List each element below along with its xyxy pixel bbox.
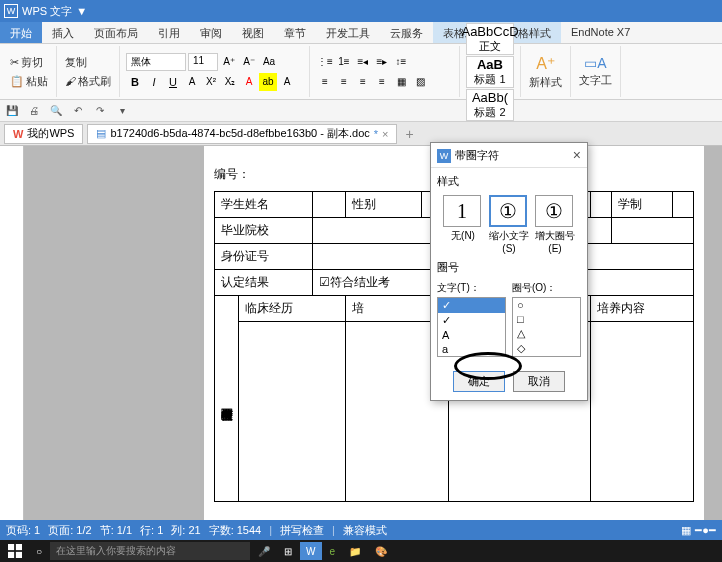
cell-clinical-label[interactable]: 临床经历 [239, 296, 346, 322]
mic-button[interactable]: 🎤 [252, 542, 276, 560]
tb-explorer-button[interactable]: 📁 [343, 542, 367, 560]
char-border-button[interactable]: A [278, 73, 296, 91]
style-heading1[interactable]: AaB标题 1 [466, 56, 514, 88]
tb-paint-button[interactable]: 🎨 [369, 542, 393, 560]
bullets-button[interactable]: ⋮≡ [316, 53, 334, 71]
tab-close-icon[interactable]: × [382, 128, 388, 140]
style-opt-enlarge[interactable]: ①增大圈号(E) [535, 195, 575, 254]
ok-button[interactable]: 确定 [453, 371, 505, 392]
list-item[interactable]: ✓ [438, 313, 505, 328]
numbering-button[interactable]: 1≡ [335, 53, 353, 71]
copy-button[interactable]: 复制 [63, 54, 113, 71]
list-item[interactable]: 1 [438, 356, 505, 357]
shrink-font-button[interactable]: A⁻ [240, 53, 258, 71]
taskbar-search[interactable]: 在这里输入你要搜索的内容 [50, 542, 250, 560]
font-size-select[interactable]: 11 [188, 53, 218, 71]
line-spacing-button[interactable]: ↕≡ [392, 53, 410, 71]
menu-cloud[interactable]: 云服务 [380, 22, 433, 43]
list-item[interactable]: ○ [513, 298, 580, 312]
shading-button[interactable]: ▨ [411, 73, 429, 91]
cell-content-label[interactable]: 培养内容 [591, 296, 694, 322]
menu-devtools[interactable]: 开发工具 [316, 22, 380, 43]
status-pages[interactable]: 页面: 1/2 [48, 523, 91, 538]
cell-result-label[interactable]: 认定结果 [215, 270, 313, 296]
menu-view[interactable]: 视图 [232, 22, 274, 43]
menu-start[interactable]: 开始 [0, 22, 42, 43]
align-left-button[interactable]: ≡ [316, 73, 334, 91]
subscript-button[interactable]: X₂ [221, 73, 239, 91]
font-color-button[interactable]: A [240, 73, 258, 91]
status-section[interactable]: 节: 1/1 [100, 523, 132, 538]
cortana-button[interactable]: ○ [30, 542, 48, 560]
align-justify-button[interactable]: ≡ [373, 73, 391, 91]
tb-edge-button[interactable]: e [324, 542, 342, 560]
cancel-button[interactable]: 取消 [513, 371, 565, 392]
menu-reference[interactable]: 引用 [148, 22, 190, 43]
status-words[interactable]: 字数: 1544 [209, 523, 262, 538]
change-case-button[interactable]: Aa [260, 53, 278, 71]
menu-page-layout[interactable]: 页面布局 [84, 22, 148, 43]
preview-button[interactable]: 🔍 [48, 103, 64, 119]
print-button[interactable]: 🖨 [26, 103, 42, 119]
style-normal[interactable]: AaBbCcD正文 [466, 23, 514, 55]
bold-button[interactable]: B [126, 73, 144, 91]
text-list[interactable]: ✓ ✓ A a 1 [437, 297, 506, 357]
list-item[interactable]: A [438, 328, 505, 342]
cell[interactable] [612, 218, 694, 244]
underline-button[interactable]: U [164, 73, 182, 91]
view-button[interactable]: ▦ [681, 524, 691, 537]
cell[interactable] [672, 192, 693, 218]
cell-name-label[interactable]: 学生姓名 [215, 192, 313, 218]
cell-checkbox[interactable]: ☑符合结业考 [312, 270, 449, 296]
menu-review[interactable]: 审阅 [190, 22, 232, 43]
format-brush-button[interactable]: 🖌格式刷 [63, 73, 113, 90]
style-opt-none[interactable]: 1无(N) [443, 195, 483, 254]
italic-button[interactable]: I [145, 73, 163, 91]
cell[interactable] [591, 322, 694, 502]
app-dropdown-icon[interactable]: ▼ [76, 5, 87, 17]
save-button[interactable]: 💾 [4, 103, 20, 119]
start-button[interactable] [2, 542, 28, 560]
list-item[interactable]: ✓ [438, 298, 505, 313]
status-line[interactable]: 行: 1 [140, 523, 163, 538]
new-tab-button[interactable]: + [401, 126, 417, 142]
zoom-slider[interactable]: ━●━ [695, 524, 716, 537]
menu-chapter[interactable]: 章节 [274, 22, 316, 43]
list-item[interactable]: a [438, 342, 505, 356]
highlight-button[interactable]: ab [259, 73, 277, 91]
dialog-close-button[interactable]: × [573, 147, 581, 163]
cell-id-label[interactable]: 身份证号 [215, 244, 313, 270]
list-item[interactable]: ◇ [513, 341, 580, 356]
qat-more-button[interactable]: ▾ [114, 103, 130, 119]
superscript-button[interactable]: X² [202, 73, 220, 91]
list-item[interactable]: □ [513, 312, 580, 326]
tab-document[interactable]: ▤b17240d6-b5da-4874-bc5d-d8efbbe163b0 - … [87, 124, 397, 144]
textbox-button[interactable]: ▭A文字工 [577, 54, 614, 89]
undo-button[interactable]: ↶ [70, 103, 86, 119]
new-style-button[interactable]: A⁺新样式 [527, 53, 564, 91]
cell-vertical[interactable]: 不符合结业考核报名条件者填写 [215, 296, 239, 502]
tab-home[interactable]: W我的WPS [4, 124, 83, 144]
vertical-ruler[interactable] [0, 146, 24, 546]
align-center-button[interactable]: ≡ [335, 73, 353, 91]
menu-insert[interactable]: 插入 [42, 22, 84, 43]
align-right-button[interactable]: ≡ [354, 73, 372, 91]
font-family-select[interactable]: 黑体 [126, 53, 186, 71]
strike-button[interactable]: A [183, 73, 201, 91]
outdent-button[interactable]: ≡◂ [354, 53, 372, 71]
menu-endnote[interactable]: EndNote X7 [561, 22, 640, 43]
list-item[interactable]: △ [513, 326, 580, 341]
style-opt-shrink[interactable]: ①缩小文字(S) [489, 195, 529, 254]
shape-list[interactable]: ○ □ △ ◇ [512, 297, 581, 357]
status-page[interactable]: 页码: 1 [6, 523, 40, 538]
indent-button[interactable]: ≡▸ [373, 53, 391, 71]
taskview-button[interactable]: ⊞ [278, 542, 298, 560]
grow-font-button[interactable]: A⁺ [220, 53, 238, 71]
cut-button[interactable]: ✂剪切 [8, 54, 50, 71]
paste-button[interactable]: 📋粘贴 [8, 73, 50, 90]
redo-button[interactable]: ↷ [92, 103, 108, 119]
cell[interactable] [312, 192, 345, 218]
cell-gender-label[interactable]: 性别 [345, 192, 422, 218]
tb-wps-button[interactable]: W [300, 542, 321, 560]
status-col[interactable]: 列: 21 [171, 523, 200, 538]
